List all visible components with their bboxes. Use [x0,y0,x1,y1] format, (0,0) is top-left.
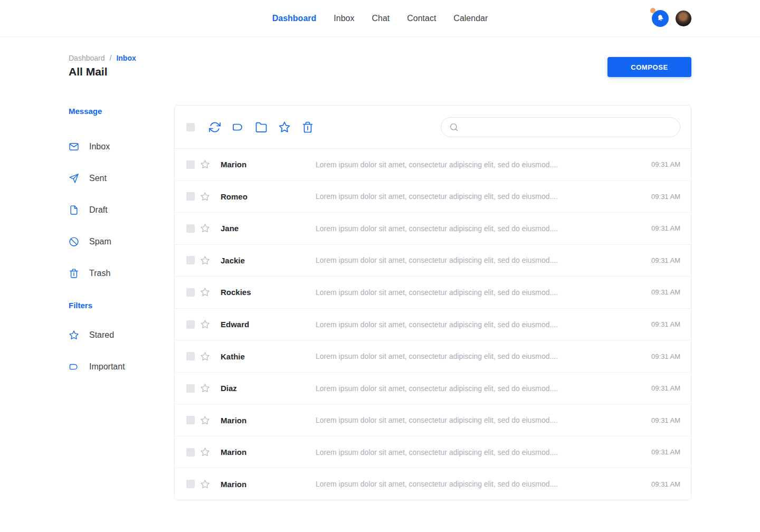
timestamp: 09:31 AM [651,353,680,360]
mail-row[interactable]: DiazLorem ipsum dolor sit amet, consecte… [175,372,691,404]
notifications-button[interactable] [652,10,669,27]
notification-badge [650,8,656,13]
star-icon[interactable] [200,159,210,169]
sidebar-spacer [69,289,158,301]
search-input[interactable] [441,117,680,137]
star-icon[interactable] [200,479,210,489]
sidebar-item-label: Sent [89,174,107,183]
preview-text: Lorem ipsum dolor sit amet, consectetur … [316,480,651,488]
toolbar-trash-button[interactable] [301,121,314,134]
nav-calendar[interactable]: Calendar [453,14,488,23]
sidebar-item-spam[interactable]: Spam [69,226,158,258]
row-checkbox[interactable] [186,448,195,457]
sidebar-item-label: Trash [89,269,110,278]
mail-row[interactable]: EdwardLorem ipsum dolor sit amet, consec… [175,308,691,340]
preview-text: Lorem ipsum dolor sit amet, consectetur … [316,192,651,201]
file-icon [69,205,79,215]
mail-row[interactable]: JaneLorem ipsum dolor sit amet, consecte… [175,212,691,244]
sidebar-item-inbox[interactable]: Inbox [69,131,158,163]
star-icon[interactable] [200,319,210,329]
preview-text: Lorem ipsum dolor sit amet, consectetur … [316,320,651,329]
preview-text: Lorem ipsum dolor sit amet, consectetur … [316,224,651,233]
sender-name: Marion [221,416,316,425]
row-checkbox[interactable] [186,256,195,264]
envelope-icon [69,141,79,152]
mail-row[interactable]: MarionLorem ipsum dolor sit amet, consec… [175,436,691,468]
compose-button[interactable]: COMPOSE [607,57,691,77]
breadcrumb-inbox[interactable]: Inbox [116,54,136,62]
toolbar-actions [208,121,314,134]
select-all-checkbox[interactable] [186,123,195,131]
main-nav: DashboardInboxChatContactCalendar [272,14,488,23]
row-checkbox[interactable] [186,352,195,360]
sidebar-item-sent[interactable]: Sent [69,163,158,194]
star-icon[interactable] [200,352,210,362]
star-icon[interactable] [200,223,210,233]
mail-row[interactable]: RomeoLorem ipsum dolor sit amet, consect… [175,180,691,213]
toolbar-refresh-button[interactable] [208,121,221,134]
timestamp: 09:31 AM [651,256,680,264]
preview-text: Lorem ipsum dolor sit amet, consectetur … [316,288,651,297]
sidebar-item-label: Stared [89,330,114,340]
toolbar-tag-button[interactable] [232,121,244,134]
mail-row[interactable]: MarionLorem ipsum dolor sit amet, consec… [175,404,691,436]
sidebar-item-important[interactable]: Important [69,351,158,383]
top-bar: DashboardInboxChatContactCalendar [0,0,760,37]
sidebar-item-label: Important [89,362,125,372]
row-checkbox[interactable] [186,416,195,424]
row-checkbox[interactable] [186,288,195,297]
breadcrumb-dashboard[interactable]: Dashboard [69,54,105,62]
row-checkbox[interactable] [186,192,195,201]
star-icon[interactable] [200,415,210,425]
mail-row[interactable]: JackieLorem ipsum dolor sit amet, consec… [175,244,691,277]
row-checkbox[interactable] [186,320,195,329]
mail-row[interactable]: MarionLorem ipsum dolor sit amet, consec… [175,149,691,180]
row-checkbox[interactable] [186,384,195,393]
nav-dashboard[interactable]: Dashboard [272,14,317,23]
star-icon [69,330,79,340]
preview-text: Lorem ipsum dolor sit amet, consectetur … [316,352,651,360]
star-icon[interactable] [200,447,210,457]
sidebar-list: InboxSentDraftSpamTrash [69,131,158,289]
mail-row[interactable]: MarionLorem ipsum dolor sit amet, consec… [175,468,691,500]
row-checkbox[interactable] [186,224,195,233]
mail-toolbar [175,106,691,149]
trash-icon [301,121,314,134]
star-icon[interactable] [200,287,210,297]
tag-icon [232,121,244,134]
row-checkbox[interactable] [186,480,195,488]
user-avatar[interactable] [676,11,691,26]
nav-contact[interactable]: Contact [407,14,436,23]
trash-icon [69,268,79,279]
mail-row[interactable]: KathieLorem ipsum dolor sit amet, consec… [175,340,691,372]
row-checkbox[interactable] [186,160,195,169]
nav-chat[interactable]: Chat [372,14,390,23]
sidebar-item-trash[interactable]: Trash [69,258,158,289]
sidebar-list: StaredImportant [69,319,158,383]
breadcrumb-separator: / [110,54,112,62]
sidebar-item-label: Spam [89,237,111,246]
timestamp: 09:31 AM [651,160,680,168]
nav-inbox[interactable]: Inbox [334,14,354,23]
tag-icon [69,362,79,372]
timestamp: 09:31 AM [651,480,680,488]
mail-list: MarionLorem ipsum dolor sit amet, consec… [175,149,691,500]
toolbar-star-button[interactable] [278,121,291,134]
sidebar-item-draft[interactable]: Draft [69,194,158,226]
star-icon[interactable] [200,255,210,265]
star-icon[interactable] [200,383,210,393]
toolbar-folder-button[interactable] [255,121,268,134]
star-icon[interactable] [200,192,210,202]
sender-name: Marion [221,160,316,169]
sidebar-item-stared[interactable]: Stared [69,319,158,351]
mail-row[interactable]: RockiesLorem ipsum dolor sit amet, conse… [175,276,691,308]
sender-name: Marion [221,448,316,457]
sidebar-item-label: Draft [89,205,108,215]
preview-text: Lorem ipsum dolor sit amet, consectetur … [316,160,651,169]
sidebar-heading-filters: Filters [69,301,158,310]
block-icon [69,236,79,247]
preview-text: Lorem ipsum dolor sit amet, consectetur … [316,416,651,424]
preview-text: Lorem ipsum dolor sit amet, consectetur … [316,448,651,457]
timestamp: 09:31 AM [651,288,680,296]
sender-name: Marion [221,480,316,489]
